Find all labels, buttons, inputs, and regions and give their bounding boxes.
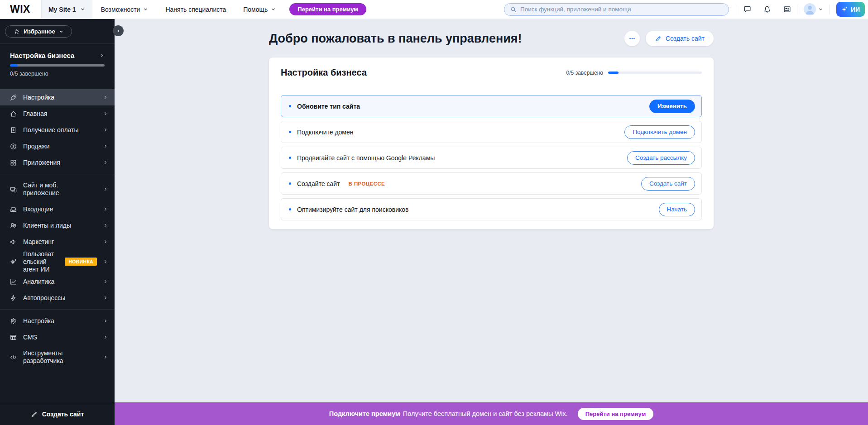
- chevron-down-icon: [143, 7, 148, 12]
- create-site-button[interactable]: Создать сайт: [646, 31, 714, 46]
- chevron-down-icon: [818, 7, 823, 12]
- chevron-right-icon: [103, 160, 108, 165]
- task-action-button[interactable]: Начать: [659, 203, 695, 216]
- sidebar-item-sparkle[interactable]: Пользовательский агент ИИ НОВИНКА: [0, 250, 115, 273]
- premium-banner: Подключите премиум Получите бесплатный д…: [115, 402, 868, 425]
- new-badge: НОВИНКА: [65, 258, 97, 266]
- chevron-right-icon: [103, 186, 108, 192]
- sidebar-item-automation[interactable]: Автопроцессы: [0, 290, 115, 306]
- sidebar-item-contacts[interactable]: Клиенты и лиды: [0, 217, 115, 234]
- task-action-button[interactable]: Создать сайт: [641, 177, 695, 191]
- sidebar-create-site-button[interactable]: Создать сайт: [0, 403, 115, 425]
- svg-text:$: $: [12, 128, 14, 132]
- nav-hire-professional[interactable]: Нанять специалиста: [157, 6, 235, 13]
- sidebar-item-dollar[interactable]: $ Продажи: [0, 138, 115, 154]
- dollar-icon: $: [10, 143, 17, 150]
- sidebar-item-cms[interactable]: CMS: [0, 329, 115, 345]
- search-bar[interactable]: [504, 3, 729, 16]
- chevron-right-icon: [99, 53, 105, 58]
- task-row: Продвигайте сайт с помощью Google Реклам…: [281, 147, 702, 169]
- favorites-label: Избранное: [24, 28, 55, 35]
- site-selector-label: My Site 1: [48, 6, 76, 13]
- card-progress-label: 0/5 завершено: [566, 70, 603, 76]
- nav-features[interactable]: Возможности: [92, 6, 157, 13]
- task-action-button[interactable]: Создать рассылку: [627, 151, 695, 165]
- wix-dashboard: WIX My Site 1 Возможности Нанять специал…: [0, 0, 868, 425]
- setup-progress-fill: [10, 64, 18, 67]
- sidebar-collapse-button[interactable]: [113, 25, 124, 36]
- apps-icon: [10, 159, 17, 167]
- chevron-right-icon: [103, 111, 108, 116]
- sidebar-item-label: Аналитика: [23, 278, 54, 286]
- ai-assistant-button[interactable]: ИИ: [836, 2, 865, 17]
- inbox-icon: [10, 205, 17, 213]
- bullet-icon: [289, 157, 291, 159]
- ai-button-label: ИИ: [851, 6, 860, 13]
- sidebar-item-label: Главная: [23, 110, 47, 118]
- sidebar-item-label: Настройка: [23, 317, 54, 325]
- sidebar-item-label: Продажи: [23, 143, 49, 150]
- card-header: Настройка бизнеса 0/5 завершено: [281, 67, 702, 78]
- sidebar-item-code[interactable]: Инструменты разработчика: [0, 345, 115, 369]
- automation-icon: [10, 294, 17, 302]
- gear-icon: [10, 317, 17, 325]
- chat-icon[interactable]: [737, 0, 757, 19]
- card-progress-fill: [608, 72, 619, 74]
- sidebar-divider: [0, 309, 115, 310]
- rocket-icon: [10, 94, 17, 101]
- business-setup-link[interactable]: Настройка бизнеса: [10, 52, 105, 59]
- devices-icon: [10, 186, 17, 193]
- sidebar-item-invoice[interactable]: $ Получение оплаты: [0, 122, 115, 138]
- sidebar-divider: [0, 174, 115, 174]
- star-icon: [14, 29, 20, 35]
- favorites-menu[interactable]: Избранное: [5, 25, 72, 38]
- banner-highlight: Подключите премиум: [329, 410, 400, 417]
- sidebar-item-inbox[interactable]: Входящие: [0, 201, 115, 217]
- chevron-right-icon: [103, 354, 108, 360]
- sidebar-item-label: Настройка: [23, 94, 54, 101]
- sidebar-item-home[interactable]: Главная: [0, 105, 115, 122]
- task-action-button[interactable]: Подключить домен: [624, 125, 695, 139]
- chevron-right-icon: [103, 223, 108, 228]
- task-action-button[interactable]: Изменить: [649, 100, 695, 113]
- sidebar-item-apps[interactable]: Приложения: [0, 154, 115, 171]
- search-input[interactable]: [520, 6, 723, 13]
- notifications-bell-icon[interactable]: [757, 0, 777, 19]
- sidebar-item-analytics[interactable]: Аналитика: [0, 273, 115, 290]
- analytics-icon: [10, 278, 17, 286]
- nav-help[interactable]: Помощь: [235, 6, 284, 13]
- news-feed-icon[interactable]: [777, 0, 797, 19]
- nav-features-label: Возможности: [101, 6, 140, 13]
- sidebar-item-gear[interactable]: Настройка: [0, 313, 115, 329]
- chevron-right-icon: [103, 206, 108, 212]
- chevron-down-icon: [80, 7, 85, 12]
- site-selector[interactable]: My Site 1: [41, 0, 92, 19]
- sidebar-item-label: Инструменты разработчика: [23, 349, 78, 365]
- task-row: Оптимизируйте сайт для поисковиков Начат…: [281, 198, 702, 220]
- chevron-right-icon: [103, 295, 108, 301]
- sparkles-icon: [841, 6, 848, 13]
- task-label: Обновите тип сайта: [297, 103, 360, 110]
- task-label: Оптимизируйте сайт для поисковиков: [297, 206, 409, 213]
- sidebar-item-label: Пользовательский агент ИИ: [23, 250, 55, 273]
- banner-premium-button[interactable]: Перейти на премиум: [578, 408, 654, 420]
- sidebar-item-label: Клиенты и лиды: [23, 222, 71, 229]
- chevron-right-icon: [103, 239, 108, 244]
- upgrade-premium-button[interactable]: Перейти на премиум: [289, 3, 366, 15]
- sidebar-item-rocket[interactable]: Настройка: [0, 89, 115, 105]
- sidebar-item-megaphone[interactable]: Маркетинг: [0, 234, 115, 250]
- chevron-right-icon: [103, 318, 108, 324]
- chevron-right-icon: [103, 95, 108, 100]
- sidebar-item-devices[interactable]: Сайт и моб. приложение: [0, 177, 115, 201]
- chevron-right-icon: [103, 143, 108, 149]
- bullet-icon: [289, 131, 291, 133]
- chevron-right-icon: [103, 334, 108, 340]
- business-setup-title: Настройка бизнеса: [10, 52, 74, 59]
- account-menu[interactable]: [797, 3, 830, 15]
- more-actions-button[interactable]: [624, 31, 640, 46]
- page-header: Добро пожаловать в панель управления! Со…: [269, 31, 714, 46]
- task-row: Создайте сайт В ПРОЦЕССЕ Создать сайт: [281, 172, 702, 195]
- top-bar: WIX My Site 1 Возможности Нанять специал…: [0, 0, 868, 19]
- business-setup-card: Настройка бизнеса 0/5 завершено Обновите…: [269, 57, 714, 229]
- setup-progress-bar: [10, 64, 105, 67]
